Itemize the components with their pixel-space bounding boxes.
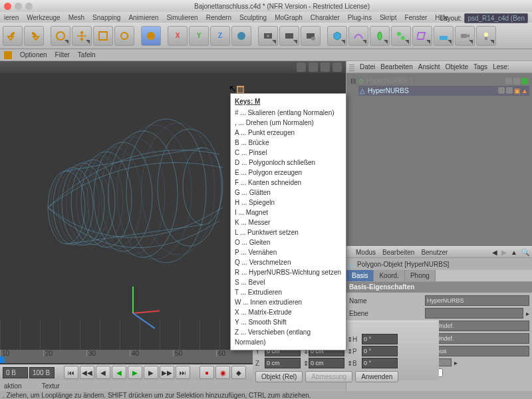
popup-item[interactable]: E ... Polygon erzeugen bbox=[235, 168, 342, 178]
tab-basis[interactable]: Basis bbox=[346, 270, 374, 281]
popup-item[interactable]: Q ... Verschmelzen bbox=[235, 257, 342, 267]
menu-item[interactable]: Rendern bbox=[206, 14, 231, 21]
nav-up-icon[interactable]: ▲ bbox=[511, 249, 517, 256]
chevron-icon[interactable]: ▸ bbox=[526, 310, 529, 317]
popup-item[interactable]: A ... Punkt erzeugen bbox=[235, 128, 342, 138]
render-button[interactable] bbox=[258, 26, 278, 46]
grip-icon[interactable] bbox=[349, 63, 354, 71]
rotate-tool[interactable] bbox=[114, 26, 134, 46]
obj-menu[interactable]: Ansicht bbox=[418, 63, 440, 70]
popup-item[interactable]: # ... Skalieren (entlang Normalen) bbox=[235, 108, 342, 118]
expand-icon[interactable]: ⊟ bbox=[350, 77, 356, 84]
vp-rotate-icon[interactable] bbox=[321, 63, 330, 72]
popup-item[interactable]: R ... HyperNURBS-Wichtung setzen bbox=[235, 267, 342, 277]
world-axis[interactable] bbox=[231, 26, 251, 46]
spline-tool[interactable] bbox=[348, 26, 368, 46]
popup-item[interactable]: L ... Punktwert setzen bbox=[235, 227, 342, 237]
menu-item[interactable]: Snapping bbox=[92, 14, 120, 21]
vp-layout-icon[interactable] bbox=[332, 63, 342, 72]
obj-menu[interactable]: Lese: bbox=[493, 63, 509, 70]
y-axis-lock[interactable]: Y bbox=[189, 26, 209, 46]
popup-item[interactable]: I ... Magnet bbox=[235, 207, 342, 217]
popup-item[interactable]: F ... Kanten schneiden bbox=[235, 178, 342, 188]
menu-item[interactable]: Simulieren bbox=[166, 14, 198, 21]
z-axis-lock[interactable]: Z bbox=[210, 26, 230, 46]
next-key-button[interactable]: ▶▶ bbox=[160, 366, 174, 379]
popup-item[interactable]: C ... Pinsel bbox=[235, 148, 342, 158]
tab[interactable]: aktion bbox=[4, 382, 22, 390]
popup-item[interactable]: W ... Innen extrudieren bbox=[235, 297, 342, 307]
vis-icon[interactable] bbox=[498, 87, 505, 94]
apply-button[interactable]: Anwenden bbox=[355, 371, 398, 382]
menu-item[interactable]: Animieren bbox=[128, 14, 158, 21]
popup-item[interactable]: H ... Spiegeln bbox=[235, 198, 342, 207]
zoom-icon[interactable] bbox=[25, 3, 33, 10]
popup-item[interactable]: O ... Gleiten bbox=[235, 237, 342, 247]
frame-end[interactable] bbox=[29, 367, 55, 378]
obj-menu[interactable]: Objekte bbox=[446, 63, 468, 70]
vp-pan-icon[interactable] bbox=[297, 63, 306, 72]
tree-item[interactable]: ⊟ ◇ HyperNURBS.1 bbox=[349, 76, 529, 86]
popup-item[interactable]: B ... Brücke bbox=[235, 138, 342, 148]
menu-item[interactable]: Charakter bbox=[311, 14, 340, 21]
layout-field[interactable]: psd_R14_c4d (Ben bbox=[464, 13, 528, 23]
editor-vis-select[interactable]: Undef. bbox=[434, 321, 529, 331]
popup-item[interactable]: X ... Matrix-Extrude bbox=[235, 307, 342, 317]
environment-tool[interactable] bbox=[434, 26, 454, 46]
menu-item[interactable]: Fenster bbox=[404, 14, 427, 21]
sub-menu[interactable]: Tafeln bbox=[78, 51, 96, 59]
camera-tool[interactable] bbox=[455, 26, 475, 46]
prev-frame-button[interactable]: ◀ bbox=[96, 366, 110, 379]
coord-mode-select[interactable]: Objekt (Rel) bbox=[255, 371, 303, 382]
menu-item[interactable]: Werkzeuge bbox=[27, 14, 60, 21]
popup-item[interactable]: S ... Bevel bbox=[235, 277, 342, 287]
nav-fwd-icon[interactable]: ▶ bbox=[501, 249, 507, 256]
obj-menu[interactable]: Datei bbox=[360, 63, 375, 70]
menu-item[interactable]: ieren bbox=[4, 14, 19, 21]
next-frame-button[interactable]: ▶ bbox=[144, 366, 158, 379]
redo-button[interactable] bbox=[24, 26, 44, 46]
vis-icon[interactable] bbox=[506, 87, 513, 94]
popup-item[interactable]: Z ... Verschieben (entlang Normalen) bbox=[235, 327, 342, 347]
enable-icon[interactable] bbox=[521, 78, 528, 84]
vp-zoom-icon[interactable] bbox=[309, 63, 318, 72]
play-button[interactable]: ▶ bbox=[128, 366, 142, 379]
x-axis-lock[interactable]: X bbox=[168, 26, 188, 46]
goto-start-button[interactable]: ⏮ bbox=[64, 366, 78, 379]
minimize-icon[interactable] bbox=[15, 3, 22, 10]
vis-icon[interactable] bbox=[505, 78, 512, 84]
menu-item[interactable]: Sculpting bbox=[239, 14, 267, 21]
play-back-button[interactable]: ◀ bbox=[112, 366, 126, 379]
rot-h[interactable] bbox=[362, 334, 398, 344]
name-field[interactable] bbox=[425, 295, 529, 306]
rot-b[interactable] bbox=[362, 358, 398, 368]
popup-item[interactable]: T ... Extrudieren bbox=[235, 287, 342, 297]
rot-p[interactable] bbox=[362, 346, 398, 356]
attr-menu[interactable]: Benutzer bbox=[421, 249, 448, 256]
frame-start[interactable] bbox=[3, 367, 28, 378]
nurbs-tool[interactable] bbox=[370, 26, 390, 46]
popup-item[interactable]: D ... Polygonloch schließen bbox=[235, 158, 342, 168]
obj-menu[interactable]: Tags bbox=[473, 63, 487, 70]
size-z[interactable] bbox=[309, 358, 344, 368]
popup-item[interactable]: G ... Glätten bbox=[235, 188, 342, 198]
tab-phong[interactable]: Phong bbox=[405, 270, 436, 281]
scale-tool[interactable] bbox=[93, 26, 113, 46]
popup-item[interactable]: Y ... Smooth Shift bbox=[235, 317, 342, 327]
attr-menu[interactable]: Modus bbox=[356, 249, 376, 256]
search-icon[interactable]: 🔍 bbox=[521, 249, 529, 256]
vis-icon[interactable] bbox=[513, 78, 520, 84]
modeling-tool[interactable] bbox=[391, 26, 411, 46]
sub-menu[interactable]: Optionen bbox=[20, 51, 47, 59]
selection-mode[interactable] bbox=[141, 26, 161, 46]
render-pv-button[interactable] bbox=[279, 26, 299, 46]
tree-label[interactable]: HyperNURBS.1 bbox=[366, 77, 413, 84]
goto-end-button[interactable]: ⏭ bbox=[176, 366, 190, 379]
deformer-tool[interactable] bbox=[412, 26, 432, 46]
keyframe-button[interactable]: ◆ bbox=[231, 366, 246, 379]
close-icon[interactable] bbox=[4, 3, 11, 10]
light-tool[interactable] bbox=[476, 26, 496, 46]
record-button[interactable]: ● bbox=[200, 366, 214, 379]
tree-label[interactable]: HyperNURBS bbox=[368, 87, 409, 94]
menu-icon[interactable] bbox=[4, 51, 12, 59]
